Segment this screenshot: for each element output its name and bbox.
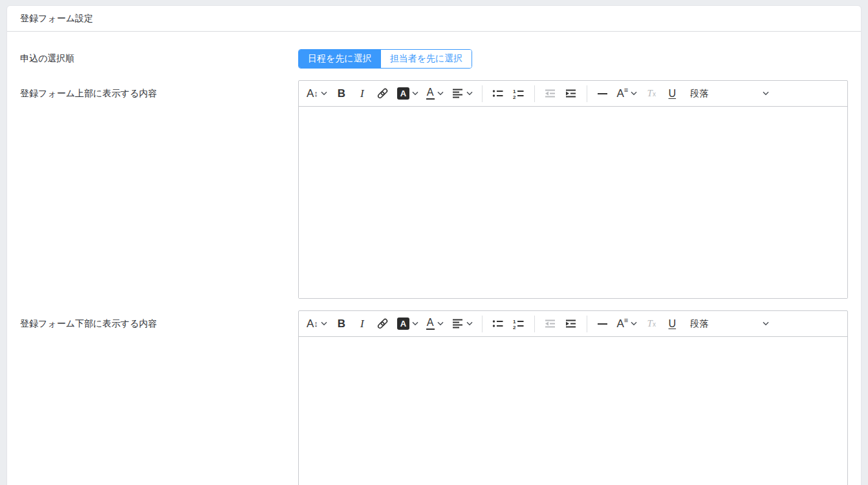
outdent-button[interactable] bbox=[541, 314, 559, 334]
underline-button[interactable]: U bbox=[663, 84, 681, 103]
outdent-icon bbox=[544, 318, 556, 330]
link-icon bbox=[376, 318, 389, 330]
paragraph-style-button[interactable]: 段落 bbox=[688, 84, 772, 103]
italic-icon: I bbox=[360, 318, 364, 329]
font-size-button[interactable]: A↕ bbox=[304, 314, 330, 334]
font-color-icon: A bbox=[426, 87, 435, 100]
align-left-icon bbox=[451, 87, 464, 100]
line-height-button[interactable]: A≡ bbox=[614, 314, 640, 334]
align-left-icon bbox=[451, 318, 464, 330]
remove-format-icon: Tx bbox=[647, 319, 656, 329]
toggle-schedule-first-button[interactable]: 日程を先に選択 bbox=[299, 50, 381, 68]
rich-text-editor-bottom: A↕BIAA12A≡TxU段落 bbox=[298, 310, 848, 485]
bulleted-list-icon bbox=[492, 318, 504, 330]
toolbar-separator bbox=[482, 85, 483, 102]
card-body: 申込の選択順 日程を先に選択 担当者を先に選択 登録フォーム上部に表示する内容 … bbox=[7, 32, 861, 485]
remove-format-button[interactable]: Tx bbox=[642, 314, 660, 334]
toolbar-separator bbox=[534, 85, 535, 102]
toolbar-separator bbox=[482, 316, 483, 332]
underline-icon: U bbox=[669, 318, 677, 330]
chevron-down-icon bbox=[437, 91, 444, 96]
font-background-color-icon: A bbox=[397, 318, 409, 330]
rich-text-editor-top: A↕BIAA12A≡TxU段落 bbox=[298, 80, 848, 299]
line-height-icon: A≡ bbox=[617, 318, 629, 329]
field-label-top-content: 登録フォーム上部に表示する内容 bbox=[20, 80, 298, 100]
paragraph-style-label: 段落 bbox=[690, 88, 708, 100]
svg-text:2: 2 bbox=[513, 325, 516, 330]
svg-text:1: 1 bbox=[513, 319, 516, 325]
chevron-down-icon bbox=[466, 91, 473, 96]
selection-order-toggle-group: 日程を先に選択 担当者を先に選択 bbox=[298, 49, 472, 69]
font-color-button[interactable]: A bbox=[424, 84, 446, 103]
toolbar-separator bbox=[587, 316, 587, 332]
toolbar-separator bbox=[587, 85, 587, 102]
remove-format-button[interactable]: Tx bbox=[642, 84, 660, 103]
toggle-staff-first-button[interactable]: 担当者を先に選択 bbox=[381, 50, 472, 68]
card-header: 登録フォーム設定 bbox=[7, 6, 861, 32]
font-background-color-button[interactable]: A bbox=[395, 314, 421, 334]
numbered-list-button[interactable]: 12 bbox=[510, 84, 528, 103]
paragraph-style-button[interactable]: 段落 bbox=[688, 314, 772, 334]
editor-content[interactable] bbox=[299, 337, 847, 485]
form-row-top-content: 登録フォーム上部に表示する内容 A↕BIAA12A≡TxU段落 bbox=[20, 80, 848, 299]
bulleted-list-button[interactable] bbox=[489, 314, 507, 334]
bulleted-list-icon bbox=[492, 87, 504, 100]
numbered-list-icon: 12 bbox=[512, 87, 525, 100]
horizontal-line-button[interactable] bbox=[594, 84, 612, 103]
line-height-button[interactable]: A≡ bbox=[614, 84, 640, 103]
bold-icon: B bbox=[338, 88, 345, 99]
italic-button[interactable]: I bbox=[353, 314, 371, 334]
form-row-selection-order: 申込の選択順 日程を先に選択 担当者を先に選択 bbox=[20, 49, 848, 69]
svg-text:1: 1 bbox=[513, 89, 516, 94]
italic-icon: I bbox=[360, 88, 364, 99]
font-background-color-button[interactable]: A bbox=[395, 84, 421, 103]
svg-text:2: 2 bbox=[513, 94, 516, 100]
bold-button[interactable]: B bbox=[332, 314, 351, 334]
indent-button[interactable] bbox=[562, 314, 580, 334]
font-color-button[interactable]: A bbox=[424, 314, 446, 334]
editor-toolbar: A↕BIAA12A≡TxU段落 bbox=[299, 311, 847, 337]
chevron-down-icon bbox=[321, 321, 327, 326]
underline-button[interactable]: U bbox=[663, 314, 681, 334]
editor-content[interactable] bbox=[299, 107, 847, 298]
indent-icon bbox=[565, 318, 577, 330]
page-title: 登録フォーム設定 bbox=[20, 13, 93, 25]
bold-button[interactable]: B bbox=[332, 84, 351, 103]
bulleted-list-button[interactable] bbox=[489, 84, 507, 103]
font-background-color-icon: A bbox=[397, 87, 409, 100]
field-label-bottom-content: 登録フォーム下部に表示する内容 bbox=[20, 310, 298, 330]
chevron-down-icon bbox=[412, 91, 418, 96]
field-label-selection-order: 申込の選択順 bbox=[20, 53, 298, 65]
italic-button[interactable]: I bbox=[353, 84, 371, 103]
outdent-button[interactable] bbox=[541, 84, 559, 103]
form-row-bottom-content: 登録フォーム下部に表示する内容 A↕BIAA12A≡TxU段落 bbox=[20, 310, 848, 485]
indent-icon bbox=[565, 87, 577, 100]
chevron-down-icon bbox=[412, 321, 418, 326]
chevron-down-icon bbox=[437, 321, 444, 326]
font-size-icon: A↕ bbox=[307, 88, 318, 99]
numbered-list-icon: 12 bbox=[512, 318, 525, 330]
chevron-down-icon bbox=[763, 91, 769, 96]
bold-icon: B bbox=[338, 318, 345, 329]
underline-icon: U bbox=[669, 88, 677, 100]
toolbar-separator bbox=[534, 316, 535, 332]
text-alignment-button[interactable] bbox=[449, 84, 475, 103]
text-alignment-button[interactable] bbox=[449, 314, 475, 334]
indent-button[interactable] bbox=[562, 84, 580, 103]
link-button[interactable] bbox=[374, 314, 392, 334]
link-button[interactable] bbox=[374, 84, 392, 103]
editor-toolbar: A↕BIAA12A≡TxU段落 bbox=[299, 81, 847, 107]
font-size-button[interactable]: A↕ bbox=[304, 84, 330, 103]
settings-card: 登録フォーム設定 申込の選択順 日程を先に選択 担当者を先に選択 登録フォーム上… bbox=[6, 5, 862, 485]
outdent-icon bbox=[544, 87, 556, 100]
link-icon bbox=[376, 87, 389, 100]
chevron-down-icon bbox=[466, 321, 473, 326]
chevron-down-icon bbox=[321, 91, 327, 96]
font-color-icon: A bbox=[426, 318, 435, 330]
chevron-down-icon bbox=[631, 321, 637, 326]
numbered-list-button[interactable]: 12 bbox=[510, 314, 528, 334]
remove-format-icon: Tx bbox=[647, 89, 656, 98]
horizontal-line-icon bbox=[598, 93, 607, 94]
horizontal-line-icon bbox=[598, 323, 607, 325]
horizontal-line-button[interactable] bbox=[594, 314, 612, 334]
